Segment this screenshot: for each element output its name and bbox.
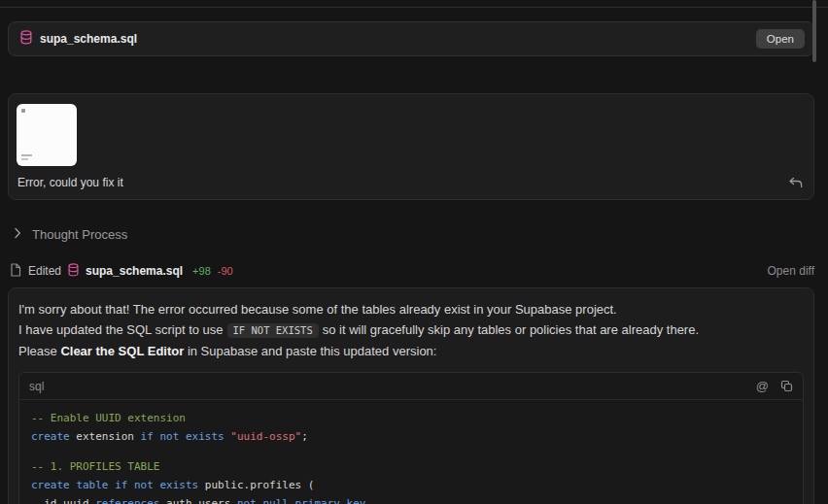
attachment-filename: supa_schema.sql <box>40 32 137 46</box>
image-attachment-thumbnail[interactable] <box>17 104 77 166</box>
copy-icon[interactable] <box>780 380 793 392</box>
assistant-message-card: I'm sorry about that! The error occurred… <box>8 287 814 504</box>
assistant-paragraph: I'm sorry about that! The error occurred… <box>18 300 804 319</box>
edited-file-row[interactable]: Edited supa_schema.sql +98 -90 Open diff <box>8 262 814 280</box>
database-icon <box>20 30 32 49</box>
edited-filename: supa_schema.sql <box>86 264 183 278</box>
restore-checkpoint-icon[interactable] <box>788 177 804 189</box>
code-content[interactable]: -- Enable UUID extensioncreate extension… <box>19 400 803 504</box>
thought-process-label: Thought Process <box>32 227 127 242</box>
assistant-text: in Supabase and paste this updated versi… <box>184 344 436 358</box>
code-block: sql @ -- Enable UUID extensioncreate ext… <box>18 372 804 504</box>
thumbnail-detail <box>21 158 28 160</box>
diff-added-count: +98 <box>192 265 211 277</box>
assistant-text: so it will gracefully skip any tables or… <box>323 322 699 337</box>
file-icon <box>10 263 21 280</box>
open-diff-button[interactable]: Open diff <box>768 264 814 278</box>
database-icon <box>68 263 79 280</box>
assistant-text: Please <box>18 344 60 358</box>
user-message-text: Error, could you fix it <box>17 176 123 189</box>
chat-panel: supa_schema.sql Open Error, could you fi… <box>0 0 828 504</box>
thumbnail-detail <box>21 154 32 156</box>
attachment-card[interactable]: supa_schema.sql Open <box>8 21 814 56</box>
chat-content: supa_schema.sql Open Error, could you fi… <box>0 0 828 504</box>
inline-code: IF NOT EXISTS <box>227 323 319 338</box>
diff-removed-count: -90 <box>218 265 233 277</box>
assistant-paragraph: I have updated the SQL script to useIF N… <box>18 320 804 340</box>
top-divider <box>0 7 828 8</box>
scrollbar-thumb[interactable] <box>812 0 816 62</box>
code-block-header: sql @ <box>19 373 803 400</box>
edited-label: Edited <box>28 264 61 278</box>
user-message-card: Error, could you fix it <box>8 93 814 200</box>
code-language-label: sql <box>29 380 44 393</box>
mention-icon[interactable]: @ <box>756 379 769 393</box>
chevron-right-icon <box>14 227 21 242</box>
assistant-text: I have updated the SQL script to use <box>18 322 224 337</box>
assistant-bold-text: Clear the SQL Editor <box>60 344 184 358</box>
thumbnail-detail <box>21 109 25 113</box>
thought-process-toggle[interactable]: Thought Process <box>8 225 814 243</box>
assistant-paragraph: Please Clear the SQL Editor in Supabase … <box>18 342 804 360</box>
open-button[interactable]: Open <box>756 29 805 49</box>
